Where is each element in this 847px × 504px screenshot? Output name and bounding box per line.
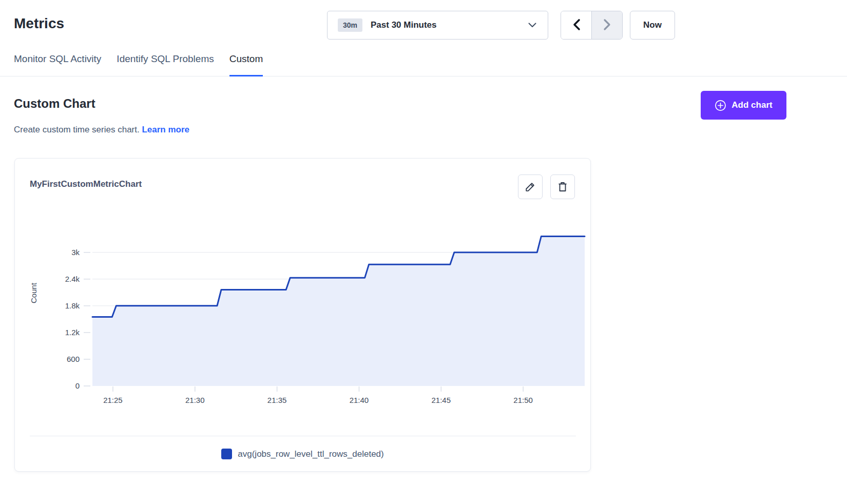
previous-time-button[interactable] [561,11,591,39]
section-heading: Custom Chart [14,96,95,111]
plus-circle-icon [715,100,726,111]
time-range-label: Past 30 Minutes [371,20,528,30]
chevron-down-icon [528,23,536,28]
x-tick-label: 21:40 [350,396,369,404]
page-title: Metrics [14,15,64,32]
trash-icon [556,181,569,193]
x-tick-label: 21:35 [267,396,287,404]
edit-chart-button[interactable] [518,175,543,199]
time-range-dropdown[interactable]: 30m Past 30 Minutes [327,11,548,40]
section-description: Create custom time series chart. Learn m… [14,125,189,135]
chart-title: MyFirstCustomMetricChart [30,179,142,189]
description-text: Create custom time series chart. [14,125,140,134]
x-tick-label: 21:50 [513,396,533,404]
tab-monitor-sql-activity[interactable]: Monitor SQL Activity [14,53,101,76]
tab-bar: Monitor SQL Activity Identify SQL Proble… [0,53,847,76]
x-tick-label: 21:45 [432,396,451,404]
add-chart-button[interactable]: Add chart [701,91,786,120]
tab-custom[interactable]: Custom [229,53,263,76]
y-tick-label: 1.2k [65,328,80,337]
chart-legend: avg(jobs_row_level_ttl_rows_deleted) [15,449,590,459]
x-tick-label: 21:30 [185,396,205,404]
tab-identify-sql-problems[interactable]: Identify SQL Problems [117,53,214,76]
card-divider [30,436,576,436]
next-time-button[interactable] [591,11,622,39]
learn-more-link[interactable]: Learn more [142,125,189,134]
series-area-fill [92,236,585,386]
metrics-page: Metrics 30m Past 30 Minutes Now Monitor … [0,0,847,504]
y-tick-label: 1.8k [65,301,80,310]
legend-swatch [221,449,232,459]
time-pager [561,11,623,40]
y-tick-label: 600 [67,355,80,363]
chevron-right-icon [603,18,611,32]
chevron-left-icon [572,18,581,32]
y-tick-label: 3k [71,248,80,257]
add-chart-label: Add chart [732,100,772,110]
timeseries-chart: 06001.2k1.8k2.4k3k21:2521:3021:3521:4021… [15,210,590,415]
custom-chart-card: MyFirstCustomMetricChart 06001.2k1.8k2.4… [14,158,591,472]
delete-chart-button[interactable] [550,175,575,199]
legend-series-label: avg(jobs_row_level_ttl_rows_deleted) [238,449,383,459]
pencil-icon [524,181,536,193]
x-tick-label: 21:25 [103,396,123,404]
y-tick-label: 0 [75,381,80,390]
y-axis-title: Count [29,282,38,303]
now-button[interactable]: Now [630,11,675,40]
y-tick-label: 2.4k [65,275,80,283]
time-range-badge: 30m [338,18,362,32]
